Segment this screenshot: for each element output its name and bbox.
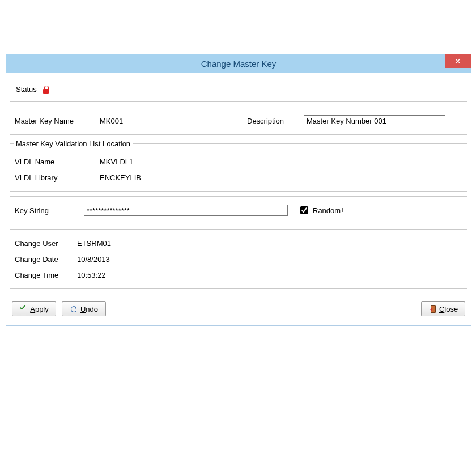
vldl-library-label: VLDL Library xyxy=(15,171,100,184)
changedate-value: 10/8/2013 xyxy=(77,253,110,266)
random-checkbox[interactable] xyxy=(300,206,308,214)
client-area: Status Master Key Name MK001 Description… xyxy=(6,73,471,325)
changeuser-label: Change User xyxy=(15,237,77,250)
apply-accelerator: A xyxy=(30,305,35,313)
vldl-legend: Master Key Validation List Location xyxy=(14,139,133,148)
keystring-panel: Key String Random xyxy=(10,196,468,224)
close-button[interactable]: Close xyxy=(421,301,465,316)
door-icon xyxy=(428,305,436,313)
window-title: Change Master Key xyxy=(201,59,277,69)
masterkey-name-value: MK001 xyxy=(100,114,123,128)
description-input[interactable] xyxy=(304,115,445,126)
undo-icon xyxy=(70,305,78,313)
apply-button[interactable]: Apply xyxy=(12,301,56,316)
status-panel: Status xyxy=(10,78,468,102)
vldl-name-value: MKVLDL1 xyxy=(100,155,133,168)
undo-accelerator: U xyxy=(80,305,86,313)
random-label[interactable]: Random xyxy=(311,206,343,215)
close-accelerator: C xyxy=(439,305,444,313)
titlebar: Change Master Key ✕ xyxy=(6,54,471,73)
masterkey-name-label: Master Key Name xyxy=(15,114,100,128)
close-icon: ✕ xyxy=(454,57,461,65)
apply-label-rest: pply xyxy=(35,305,49,313)
description-label: Description xyxy=(247,117,304,125)
lock-icon xyxy=(42,86,49,94)
changeinfo-panel: Change User ETSRM01 Change Date 10/8/201… xyxy=(10,229,468,289)
changetime-label: Change Time xyxy=(15,269,77,282)
keystring-input[interactable] xyxy=(84,205,288,216)
changedate-label: Change Date xyxy=(15,253,77,266)
masterkey-panel: Master Key Name MK001 Description xyxy=(10,107,468,135)
changeuser-value: ETSRM01 xyxy=(77,237,111,250)
dialog-window: Change Master Key ✕ Status Master Key Na… xyxy=(6,54,471,326)
vldl-library-value: ENCKEYLIB xyxy=(100,171,141,184)
vldl-name-label: VLDL Name xyxy=(15,155,100,168)
undo-button[interactable]: Undo xyxy=(62,301,106,316)
window-close-button[interactable]: ✕ xyxy=(445,54,471,68)
vldl-panel: Master Key Validation List Location VLDL… xyxy=(10,139,468,192)
close-label-rest: lose xyxy=(444,305,458,313)
undo-label-rest: ndo xyxy=(86,305,98,313)
changetime-value: 10:53:22 xyxy=(77,269,106,282)
button-bar: Apply Undo Close xyxy=(10,294,468,318)
status-label: Status xyxy=(16,85,37,94)
check-icon xyxy=(19,305,27,313)
